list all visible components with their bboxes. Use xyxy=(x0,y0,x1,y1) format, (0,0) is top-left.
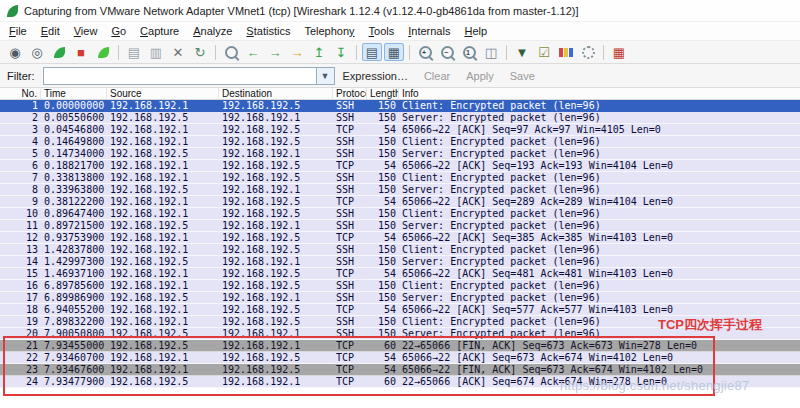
packet-row-16[interactable]: 166.89785600192.168.192.1192.168.192.5SS… xyxy=(0,280,800,292)
resize-columns-icon[interactable]: ◫ xyxy=(481,43,501,61)
expression-button[interactable]: Expression… xyxy=(335,70,416,82)
go-to-packet-icon[interactable]: → xyxy=(287,43,307,61)
help-icon[interactable]: ▦ xyxy=(609,43,629,61)
cell-length: 150 xyxy=(367,136,399,147)
packet-row-5[interactable]: 50.14734000192.168.192.5192.168.192.1SSH… xyxy=(0,148,800,160)
capture-filters-icon[interactable]: ▼ xyxy=(512,43,532,61)
packet-row-1[interactable]: 10.00000000192.168.192.1192.168.192.5SSH… xyxy=(0,100,800,112)
packet-row-3[interactable]: 30.04546800192.168.192.1192.168.192.5TCP… xyxy=(0,124,800,136)
zoom-in-icon[interactable]: + xyxy=(415,43,435,61)
menu-help[interactable]: Help xyxy=(457,25,494,37)
cell-protocol: SSH xyxy=(333,220,367,231)
capture-options-icon[interactable]: ◎ xyxy=(27,43,47,61)
packet-row-7[interactable]: 70.33813800192.168.192.1192.168.192.5SSH… xyxy=(0,172,800,184)
menu-statistics[interactable]: Statistics xyxy=(239,25,297,37)
cell-source: 192.168.192.1 xyxy=(107,160,219,171)
packet-row-17[interactable]: 176.89986900192.168.192.5192.168.192.1SS… xyxy=(0,292,800,304)
cell-length: 150 xyxy=(367,244,399,255)
zoom-100-icon[interactable]: 1 xyxy=(459,43,479,61)
column-header-info[interactable]: Info xyxy=(399,88,800,99)
start-capture-icon[interactable] xyxy=(49,43,69,61)
packet-row-2[interactable]: 20.00550600192.168.192.5192.168.192.1SSH… xyxy=(0,112,800,124)
column-header-protocol[interactable]: Protocol xyxy=(333,88,367,99)
column-header-no[interactable]: No. xyxy=(0,88,41,99)
packet-row-18[interactable]: 186.94055200192.168.192.1192.168.192.5TC… xyxy=(0,304,800,316)
display-filters-icon[interactable]: ☑ xyxy=(534,43,554,61)
open-file-icon[interactable]: ▤ xyxy=(124,43,144,61)
packet-row-10[interactable]: 100.89647400192.168.192.1192.168.192.5SS… xyxy=(0,208,800,220)
zoom-out-icon[interactable]: − xyxy=(437,43,457,61)
filter-combo: ▼ xyxy=(43,67,335,85)
cell-info: Server: Encrypted packet (len=96) xyxy=(399,220,800,231)
cell-length: 54 xyxy=(367,232,399,243)
menu-telephony[interactable]: Telephony xyxy=(297,25,361,37)
cell-destination: 192.168.192.1 xyxy=(219,184,333,195)
find-packet-icon[interactable] xyxy=(221,43,241,61)
save-button[interactable]: Save xyxy=(502,70,543,82)
cell-length: 150 xyxy=(367,220,399,231)
cell-no: 18 xyxy=(0,304,41,315)
column-header-length[interactable]: Length xyxy=(367,88,399,99)
cell-time: 1.42997300 xyxy=(41,256,107,267)
save-file-icon[interactable]: ▥ xyxy=(146,43,166,61)
column-header-destination[interactable]: Destination xyxy=(219,88,333,99)
filter-input[interactable] xyxy=(44,68,316,84)
menu-go[interactable]: Go xyxy=(104,25,133,37)
cell-info: 65066→22 [ACK] Seq=673 Ack=674 Win=4102 … xyxy=(399,352,800,363)
cell-protocol: TCP xyxy=(333,364,367,375)
packet-row-4[interactable]: 40.14649800192.168.192.1192.168.192.5SSH… xyxy=(0,136,800,148)
clear-button[interactable]: Clear xyxy=(416,70,458,82)
menu-capture[interactable]: Capture xyxy=(133,25,186,37)
stop-capture-icon[interactable]: ■ xyxy=(71,43,91,61)
interfaces-icon[interactable]: ◉ xyxy=(5,43,25,61)
cell-no: 22 xyxy=(0,352,41,363)
menu-edit[interactable]: Edit xyxy=(34,25,67,37)
auto-scroll-toggle[interactable]: ▦ xyxy=(384,43,404,61)
packet-row-15[interactable]: 151.46937100192.168.192.1192.168.192.5TC… xyxy=(0,268,800,280)
toolbar-separator xyxy=(118,45,119,60)
coloring-rules-icon[interactable] xyxy=(556,43,576,61)
packet-row-14[interactable]: 141.42997300192.168.192.5192.168.192.1SS… xyxy=(0,256,800,268)
go-forward-icon[interactable]: → xyxy=(265,43,285,61)
menu-tools[interactable]: Tools xyxy=(362,25,402,37)
cell-no: 20 xyxy=(0,328,41,339)
cell-time: 7.93477900 xyxy=(41,376,107,387)
column-header-source[interactable]: Source xyxy=(107,88,219,99)
filter-dropdown-arrow-icon[interactable]: ▼ xyxy=(316,68,334,84)
colorize-list-toggle[interactable]: ▤ xyxy=(362,43,382,61)
packet-row-23[interactable]: 237.93467600192.168.192.1192.168.192.5TC… xyxy=(0,364,800,376)
packet-row-8[interactable]: 80.33963800192.168.192.5192.168.192.1SSH… xyxy=(0,184,800,196)
reload-icon[interactable]: ↻ xyxy=(190,43,210,61)
preferences-icon[interactable] xyxy=(578,43,598,61)
close-file-icon[interactable]: ✕ xyxy=(168,43,188,61)
go-to-bottom-icon[interactable]: ↧ xyxy=(331,43,351,61)
toolbar-separator xyxy=(409,45,410,60)
packet-row-13[interactable]: 131.42837800192.168.192.1192.168.192.5SS… xyxy=(0,244,800,256)
packet-row-11[interactable]: 110.89721500192.168.192.5192.168.192.1SS… xyxy=(0,220,800,232)
packet-row-9[interactable]: 90.38122200192.168.192.1192.168.192.5TCP… xyxy=(0,196,800,208)
cell-time: 0.89647400 xyxy=(41,208,107,219)
apply-button[interactable]: Apply xyxy=(458,70,502,82)
column-header-time[interactable]: Time xyxy=(41,88,107,99)
cell-time: 1.42837800 xyxy=(41,244,107,255)
packet-list: 10.00000000192.168.192.1192.168.192.5SSH… xyxy=(0,100,800,388)
menu-view[interactable]: View xyxy=(67,25,105,37)
packet-row-22[interactable]: 227.93460700192.168.192.1192.168.192.5TC… xyxy=(0,352,800,364)
menu-file[interactable]: File xyxy=(2,25,34,37)
cell-protocol: SSH xyxy=(333,256,367,267)
go-back-icon[interactable]: ← xyxy=(243,43,263,61)
menu-internals[interactable]: Internals xyxy=(401,25,457,37)
cell-length: 150 xyxy=(367,172,399,183)
cell-destination: 192.168.192.5 xyxy=(219,100,333,111)
cell-no: 4 xyxy=(0,136,41,147)
packet-row-12[interactable]: 120.93753900192.168.192.1192.168.192.5TC… xyxy=(0,232,800,244)
go-to-top-icon[interactable]: ↥ xyxy=(309,43,329,61)
menu-analyze[interactable]: Analyze xyxy=(186,25,239,37)
cell-protocol: TCP xyxy=(333,232,367,243)
watermark-text: https://blog.csdn.net/shengjie87 xyxy=(560,378,749,393)
packet-row-6[interactable]: 60.18821700192.168.192.1192.168.192.5TCP… xyxy=(0,160,800,172)
restart-capture-icon[interactable] xyxy=(93,43,113,61)
cell-length: 150 xyxy=(367,316,399,327)
cell-protocol: SSH xyxy=(333,184,367,195)
packet-row-21[interactable]: 217.93455000192.168.192.5192.168.192.1TC… xyxy=(0,340,800,352)
